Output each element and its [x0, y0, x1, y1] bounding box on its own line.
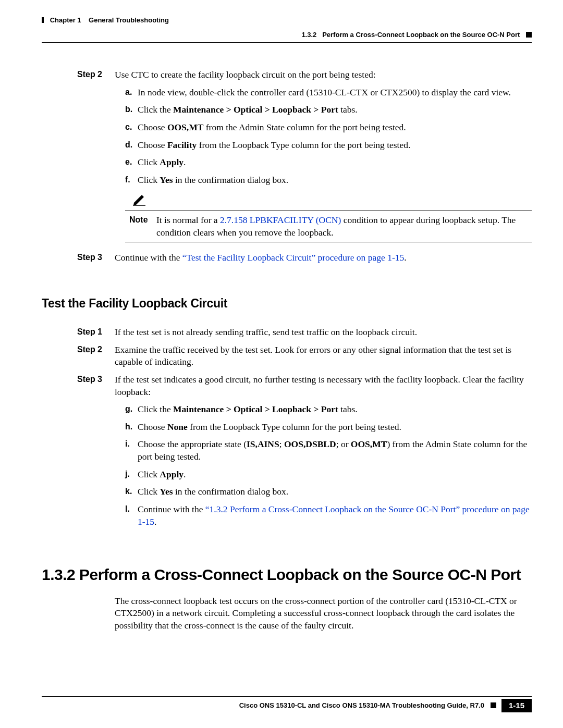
- step-label: Step 3: [42, 252, 115, 264]
- step-row: Step 3 Continue with the “Test the Facil…: [42, 252, 532, 264]
- note-block: Note It is normal for a 2.7.158 LPBKFACI…: [125, 192, 532, 242]
- step-label: Step 1: [42, 326, 115, 339]
- step-row: Step 1 If the test set is not already se…: [42, 326, 532, 339]
- sub-item: g.Click the Maintenance > Optical > Loop…: [125, 403, 532, 416]
- sub-item: e.Click Apply.: [125, 156, 532, 169]
- sub-item: i.Choose the appropriate state (IS,AINS;…: [125, 438, 532, 463]
- sub-item: k.Click Yes in the confirmation dialog b…: [125, 486, 532, 498]
- section-number: 1.3.2: [301, 31, 316, 39]
- sub-item: j.Click Apply.: [125, 468, 532, 481]
- step-text: Examine the traffic received by the test…: [115, 344, 532, 368]
- step-row: Step 2 Examine the traffic received by t…: [42, 344, 532, 368]
- sub-item: h.Choose None from the Loopback Type col…: [125, 421, 532, 434]
- pencil-icon: [131, 192, 147, 206]
- step-row: Step 3 If the test set indicates a good …: [42, 374, 532, 398]
- page-number: 1-15: [501, 699, 532, 712]
- step-label: Step 2: [42, 69, 115, 81]
- step-text: If the test set is not already sending t…: [115, 326, 532, 339]
- sub-item: c.Choose OOS,MT from the Admin State col…: [125, 121, 532, 134]
- page-header-right: 1.3.2 Perform a Cross-Connect Loopback o…: [42, 30, 532, 40]
- sub-item: f.Click Yes in the confirmation dialog b…: [125, 174, 532, 187]
- section-heading: Test the Facility Loopback Circuit: [42, 295, 532, 312]
- chapter-number: Chapter 1: [50, 16, 81, 24]
- sub-item: l.Continue with the “1.3.2 Perform a Cro…: [125, 503, 532, 528]
- note-link[interactable]: 2.7.158 LPBKFACILITY (OCN): [220, 215, 341, 225]
- step-text: Continue with the “Test the Facility Loo…: [115, 252, 532, 264]
- sub-item: a.In node view, double-click the control…: [125, 87, 532, 99]
- sub-list: g.Click the Maintenance > Optical > Loop…: [125, 403, 532, 528]
- chapter-title: General Troubleshooting: [89, 16, 169, 24]
- step-row: Step 2 Use CTC to create the facility lo…: [42, 69, 532, 81]
- section-title: Perform a Cross-Connect Loopback on the …: [322, 31, 520, 39]
- sub-item: b.Click the Maintenance > Optical > Loop…: [125, 104, 532, 116]
- page-footer: Cisco ONS 15310-CL and Cisco ONS 15310-M…: [42, 696, 532, 712]
- footer-square-icon: [491, 702, 496, 708]
- body-paragraph: The cross-connect loopback test occurs o…: [115, 595, 527, 632]
- step-label: Step 2: [42, 344, 115, 368]
- step-text: If the test set indicates a good circuit…: [115, 374, 532, 398]
- page-header-left: Chapter 1 General Troubleshooting: [42, 16, 532, 25]
- header-square-icon: [526, 32, 532, 38]
- header-rule: [42, 42, 532, 43]
- step-label: Step 3: [42, 374, 115, 398]
- main-heading: 1.3.2 Perform a Cross-Connect Loopback o…: [42, 564, 532, 586]
- sub-list: a.In node view, double-click the control…: [125, 87, 532, 187]
- step-text: Use CTC to create the facility loopback …: [115, 69, 532, 81]
- note-text: It is normal for a 2.7.158 LPBKFACILITY …: [156, 214, 532, 239]
- step-link[interactable]: “Test the Facility Loopback Circuit” pro…: [182, 252, 404, 263]
- header-bar-icon: [42, 17, 44, 23]
- sub-item: d.Choose Facility from the Loopback Type…: [125, 139, 532, 152]
- note-label: Note: [125, 214, 156, 239]
- footer-title: Cisco ONS 15310-CL and Cisco ONS 15310-M…: [42, 701, 491, 710]
